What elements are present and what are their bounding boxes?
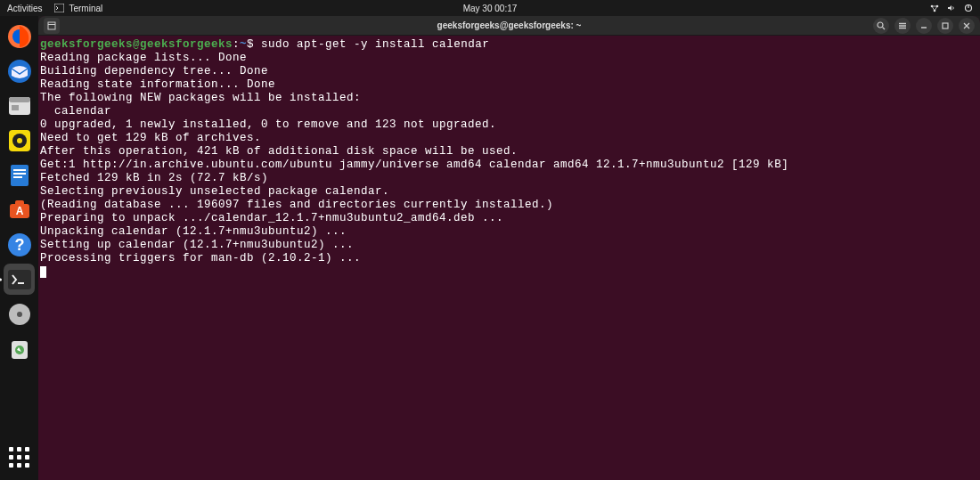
svg-text:A: A	[15, 205, 23, 217]
current-app-label: Terminal	[69, 4, 102, 13]
svg-rect-16	[13, 169, 26, 171]
current-app-indicator[interactable]: Terminal	[54, 4, 102, 13]
out-line: The following NEW packages will be insta…	[40, 92, 361, 104]
cursor	[40, 266, 46, 278]
maximize-button[interactable]	[937, 18, 953, 34]
out-line: 0 upgraded, 1 newly installed, 0 to remo…	[40, 118, 496, 131]
out-line: Building dependency tree... Done	[40, 65, 268, 77]
svg-rect-0	[54, 4, 64, 12]
svg-rect-24	[8, 270, 31, 289]
network-icon[interactable]	[929, 4, 940, 12]
dock-disk[interactable]	[4, 298, 35, 329]
out-line: Selecting previously unselected package …	[40, 185, 389, 198]
titlebar: geeksforgeeks@geeksforgeeks: ~	[38, 16, 980, 36]
command-text: sudo apt-get -y install calendar	[261, 38, 489, 51]
dock-firefox[interactable]	[4, 20, 35, 52]
out-line: (Reading database ... 196097 files and d…	[40, 199, 553, 211]
out-line: Fetched 129 kB in 2s (72.7 kB/s)	[40, 172, 268, 184]
menu-button[interactable]	[894, 18, 911, 34]
dock-software[interactable]: A	[4, 194, 35, 225]
new-tab-button[interactable]	[44, 18, 60, 34]
activities-button[interactable]: Activities	[7, 4, 42, 13]
out-line: Setting up calendar (12.1.7+nmu3ubuntu2)…	[40, 239, 354, 251]
svg-rect-18	[13, 176, 22, 178]
prompt-user: geeksforgeeks@geeksforgeeks	[40, 38, 233, 51]
window-title: geeksforgeeks@geeksforgeeks: ~	[437, 20, 582, 30]
out-line: Need to get 129 kB of archives.	[40, 132, 261, 144]
prompt-sep: :	[233, 38, 240, 51]
show-applications-button[interactable]	[4, 442, 35, 473]
close-button[interactable]	[959, 18, 975, 34]
svg-rect-38	[943, 23, 948, 28]
out-line: Reading package lists... Done	[40, 52, 247, 64]
top-panel: Activities Terminal May 30 00:17	[0, 0, 980, 16]
out-line: Reading state information... Done	[40, 78, 275, 91]
svg-rect-30	[48, 22, 55, 29]
out-line: Unpacking calendar (12.1.7+nmu3ubuntu2) …	[40, 225, 347, 238]
search-button[interactable]	[873, 18, 889, 34]
terminal-icon	[54, 4, 64, 12]
dock-rhythmbox[interactable]	[4, 125, 35, 156]
terminal-output[interactable]: geeksforgeeks@geeksforgeeks:~$ sudo apt-…	[38, 36, 980, 480]
out-line: Processing triggers for man-db (2.10.2-1…	[40, 252, 361, 264]
prompt-path: ~	[240, 38, 247, 51]
svg-rect-17	[13, 173, 26, 175]
svg-line-33	[883, 27, 886, 29]
minimize-button[interactable]	[916, 18, 932, 34]
dock-libreoffice-writer[interactable]	[4, 159, 35, 191]
dock-terminal[interactable]	[4, 264, 35, 295]
dock-files[interactable]	[4, 90, 35, 121]
dock-trash[interactable]	[4, 333, 35, 364]
out-line: calendar	[40, 105, 111, 118]
svg-point-32	[878, 22, 883, 28]
svg-rect-11	[12, 105, 19, 110]
svg-point-14	[17, 138, 22, 143]
terminal-window: geeksforgeeks@geeksforgeeks: ~ geeksforg…	[38, 16, 980, 480]
volume-icon[interactable]	[947, 4, 957, 12]
svg-rect-10	[9, 97, 30, 102]
out-line: After this operation, 421 kB of addition…	[40, 145, 518, 158]
power-icon[interactable]	[964, 4, 973, 12]
dock: A ?	[0, 16, 38, 480]
dock-help[interactable]: ?	[4, 229, 35, 260]
dock-thunderbird[interactable]	[4, 55, 35, 86]
out-line: Preparing to unpack .../calendar_12.1.7+…	[40, 212, 503, 224]
svg-text:?: ?	[14, 236, 24, 254]
svg-rect-15	[11, 165, 29, 186]
out-line: Get:1 http://in.archive.ubuntu.com/ubunt…	[40, 159, 788, 171]
clock[interactable]: May 30 00:17	[463, 4, 518, 13]
svg-point-27	[17, 312, 22, 317]
